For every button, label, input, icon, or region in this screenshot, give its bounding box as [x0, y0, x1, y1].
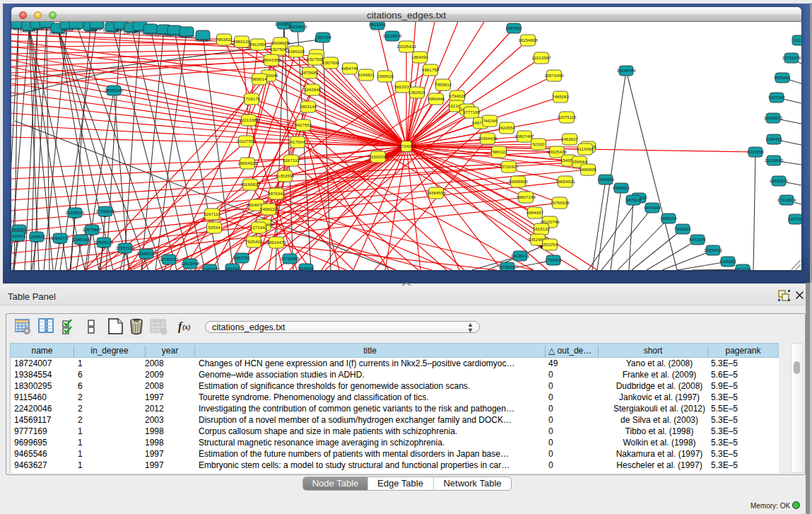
svg-text:1588520: 1588520: [377, 74, 394, 78]
svg-text:12093572: 12093572: [764, 116, 783, 120]
svg-text:9227342: 9227342: [768, 95, 785, 100]
svg-text:3875685: 3875685: [301, 70, 319, 75]
svg-text:8427552: 8427552: [295, 122, 312, 127]
svg-text:7515524: 7515524: [194, 38, 211, 42]
svg-text:1273341: 1273341: [250, 225, 268, 230]
svg-text:5822037: 5822037: [394, 84, 412, 89]
svg-text:9327508: 9327508: [307, 57, 324, 62]
svg-text:16648784: 16648784: [617, 69, 636, 73]
svg-text:9245652: 9245652: [719, 259, 736, 264]
svg-text:252254: 252254: [543, 242, 558, 247]
svg-text:8215958: 8215958: [747, 150, 764, 154]
svg-text:10025438: 10025438: [547, 149, 567, 154]
svg-text:16154808: 16154808: [518, 37, 538, 42]
svg-text:62160: 62160: [532, 141, 545, 146]
svg-text:18807249: 18807249: [516, 194, 536, 199]
svg-text:15716485: 15716485: [281, 257, 300, 261]
svg-text:15751074: 15751074: [782, 56, 801, 60]
svg-text:9131: 9131: [71, 27, 81, 31]
svg-text:8860124: 8860124: [233, 39, 251, 44]
svg-text:16033810: 16033810: [288, 25, 307, 29]
svg-text:18724007: 18724007: [396, 144, 416, 148]
svg-text:156944: 156944: [572, 159, 587, 164]
svg-text:28053346: 28053346: [105, 88, 124, 93]
svg-text:16782759: 16782759: [160, 257, 179, 262]
svg-text:8186328: 8186328: [288, 49, 305, 54]
svg-text:9474444: 9474444: [644, 206, 661, 210]
svg-text:19756928: 19756928: [550, 200, 570, 205]
svg-text:687919: 687919: [626, 198, 641, 202]
svg-text:2367608: 2367608: [322, 60, 340, 65]
svg-text:3267110: 3267110: [204, 211, 220, 216]
svg-text:11353594: 11353594: [275, 173, 295, 178]
svg-text:7663822: 7663822: [216, 37, 233, 42]
svg-text:20364436: 20364436: [478, 136, 498, 141]
svg-text:11173: 11173: [794, 38, 801, 42]
svg-text:15720407: 15720407: [499, 164, 519, 169]
svg-text:19218506: 19218506: [383, 34, 402, 38]
svg-text:15692971: 15692971: [770, 179, 789, 183]
svg-text:(x): (x): [182, 323, 191, 332]
svg-text:12213383: 12213383: [239, 117, 259, 122]
svg-text:8958923: 8958923: [613, 186, 630, 190]
svg-text:9242848: 9242848: [304, 87, 322, 92]
svg-text:7515526: 7515526: [178, 35, 195, 39]
svg-text:8820: 8820: [42, 26, 52, 30]
svg-text:16914479: 16914479: [266, 240, 286, 245]
svg-text:6961758: 6961758: [422, 67, 440, 72]
svg-text:10973493: 10973493: [544, 73, 564, 78]
svg-text:8990448: 8990448: [428, 96, 445, 101]
svg-text:824509: 824509: [299, 267, 314, 270]
svg-text:8813054: 8813054: [369, 23, 386, 27]
svg-text:16543382: 16543382: [261, 57, 281, 62]
svg-text:8912954: 8912954: [249, 42, 267, 47]
svg-text:14136141: 14136141: [511, 254, 530, 258]
svg-text:9699695: 9699695: [579, 167, 597, 172]
svg-text:8454749: 8454749: [341, 66, 359, 71]
svg-text:417004: 417004: [290, 139, 305, 144]
svg-text:23300295: 23300295: [368, 154, 388, 159]
svg-text:1612074: 1612074: [734, 267, 751, 270]
svg-text:7986322: 7986322: [490, 149, 508, 154]
svg-text:19384554: 19384554: [426, 190, 446, 195]
svg-text:2718176: 2718176: [243, 96, 261, 101]
svg-text:1345194: 1345194: [73, 238, 90, 242]
svg-text:1244415: 1244415: [765, 137, 782, 141]
svg-text:7357224: 7357224: [314, 35, 331, 40]
svg-text:10654112: 10654112: [704, 248, 723, 252]
svg-text:7955812: 7955812: [435, 82, 452, 87]
svg-text:1640954: 1640954: [597, 177, 614, 182]
svg-text:941410: 941410: [225, 267, 240, 270]
svg-text:3915411: 3915411: [11, 234, 26, 238]
svg-text:12505135: 12505135: [95, 240, 114, 245]
svg-text:19654921: 19654921: [555, 179, 575, 184]
svg-text:10958107: 10958107: [137, 252, 156, 256]
svg-text:6794028: 6794028: [449, 93, 466, 98]
svg-text:8267110: 8267110: [283, 158, 300, 163]
svg-text:1864093: 1864093: [411, 54, 429, 59]
svg-text:17359924: 17359924: [96, 209, 115, 214]
svg-text:989014: 989014: [252, 76, 267, 81]
svg-text:1156829: 1156829: [29, 235, 46, 239]
svg-text:9457791: 9457791: [233, 256, 250, 260]
svg-text:8471676: 8471676: [689, 238, 706, 242]
svg-text:2687682: 2687682: [505, 26, 522, 30]
svg-text:17957223: 17957223: [116, 246, 135, 250]
svg-text:3624554: 3624554: [498, 125, 516, 130]
svg-text:1167533: 1167533: [788, 217, 801, 221]
svg-text:2803144: 2803144: [300, 104, 317, 109]
svg-text:13325419: 13325419: [396, 44, 416, 49]
svg-text:10107553: 10107553: [236, 139, 256, 144]
svg-text:5498222: 5498222: [260, 206, 278, 211]
svg-text:9327506: 9327506: [270, 47, 288, 52]
svg-text:746266: 746266: [483, 118, 498, 123]
svg-text:9146821: 9146821: [358, 72, 375, 77]
svg-text:12923448: 12923448: [181, 262, 200, 266]
svg-text:10210643: 10210643: [765, 158, 784, 163]
svg-text:12975115: 12975115: [557, 115, 577, 119]
svg-text:9245072: 9245072: [201, 267, 218, 270]
svg-text:20975867: 20975867: [83, 228, 102, 232]
svg-text:9463627: 9463627: [561, 136, 579, 141]
svg-text:1362615: 1362615: [408, 90, 426, 95]
svg-text:7485063: 7485063: [552, 94, 570, 99]
